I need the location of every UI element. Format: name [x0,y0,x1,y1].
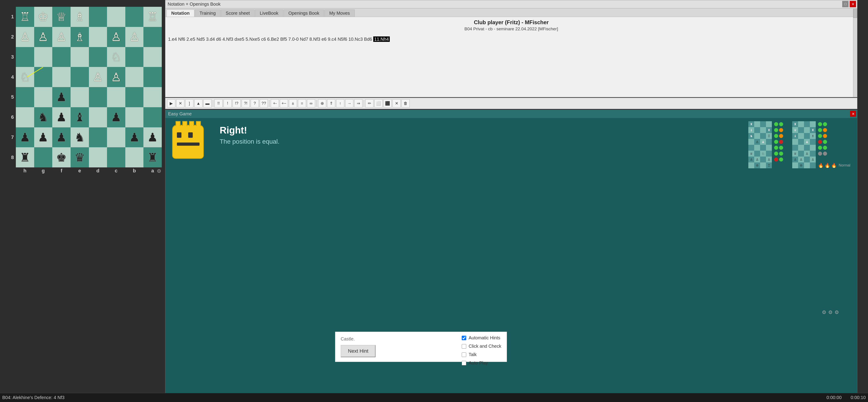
square-f7[interactable]: ♟ [52,127,70,148]
square-g5[interactable] [34,87,53,107]
square-d7[interactable] [89,127,107,148]
toolbar-btn-up[interactable]: ↑ [336,99,344,107]
toolbar-btn-q-excl[interactable]: ?! [242,99,250,107]
toolbar-btn-diagram[interactable]: ⊕ [318,99,326,107]
square-d3[interactable] [89,47,107,67]
square-a6[interactable] [144,107,162,127]
next-hint-button[interactable]: Next Hint [341,345,375,357]
square-h3[interactable] [16,47,34,67]
toolbar-btn-pencil[interactable]: ✏ [365,99,373,107]
square-a2[interactable] [144,27,162,47]
square-h6[interactable] [16,107,34,127]
square-e5[interactable] [70,87,89,107]
notation-panel-maximize-btn[interactable]: □ [842,1,848,7]
square-e4[interactable] [70,67,89,87]
toolbar-btn-plus-minus[interactable]: +- [271,99,279,107]
square-a1[interactable]: ♖ [144,7,162,27]
square-f2[interactable]: ♙ [52,27,70,47]
square-b6[interactable] [125,107,144,127]
gear-icon-2[interactable]: ⚙ [828,309,833,315]
toolbar-btn-plus-eq[interactable]: +− [280,99,288,107]
toolbar-btn-right[interactable]: → [345,99,353,107]
toolbar-btn-double-q[interactable]: ?? [260,99,268,107]
square-a5[interactable] [144,87,162,107]
toolbar-btn-x2[interactable]: ✕ [393,99,401,107]
square-c6[interactable]: ♟ [107,107,125,127]
toolbar-btn-double-excl[interactable]: !! [214,99,223,107]
chess-board[interactable]: ♖ ♔ ♕ ♗ ♖ ♙ ♙ ♙ ♗ ♙ ♙ [16,7,162,167]
square-g3[interactable] [34,47,53,67]
square-d2[interactable] [89,27,107,47]
square-e1[interactable]: ♗ [70,7,89,27]
square-d4[interactable]: ♙ [89,67,107,87]
tab-notation[interactable]: Notation [166,9,194,17]
toolbar-btn-double-up[interactable]: ⇑ [327,99,335,107]
square-c1[interactable] [107,7,125,27]
notation-moves[interactable]: 1.e4 Nf6 2.e5 Nd5 3.d4 d6 4.Nf3 dxe5 5.N… [165,34,857,44]
square-e8[interactable]: ♛ [70,147,89,167]
easy-game-close-btn[interactable]: ✕ [850,111,856,117]
square-f4[interactable] [52,67,70,87]
square-g7[interactable]: ♟ [34,127,53,148]
toolbar-btn-excl[interactable]: ! [223,99,231,107]
square-h5[interactable] [16,87,34,107]
toolbar-btn-eq-plus[interactable]: ± [289,99,297,107]
square-g6[interactable]: ♞ [34,107,53,127]
square-h7[interactable]: ♟ [16,127,34,148]
square-h1[interactable]: ♖ [16,7,34,27]
tab-livebook[interactable]: LiveBook [255,9,283,17]
toolbar-btn-equal[interactable]: = [298,99,306,107]
square-a3[interactable] [144,47,162,67]
square-h4[interactable]: ♘ [16,67,34,87]
square-b1[interactable] [125,7,144,27]
square-g8[interactable] [34,147,53,167]
square-h8[interactable]: ♜ [16,147,34,167]
square-e6[interactable]: ♝ [70,107,89,127]
square-f8[interactable]: ♚ [52,147,70,167]
square-b2[interactable]: ♙ [125,27,144,47]
click-check-checkbox[interactable] [462,344,466,349]
square-b7[interactable]: ♟ [125,127,144,148]
toolbar-btn-black-sq[interactable]: ⬛ [383,99,392,107]
tab-training[interactable]: Training [195,9,221,17]
toolbar-btn-q[interactable]: ? [251,99,259,107]
square-b4[interactable] [125,67,144,87]
square-e7[interactable]: ♞ [70,127,89,148]
square-f1[interactable]: ♕ [52,7,70,27]
square-g1[interactable]: ♔ [34,7,53,27]
toolbar-btn-excl-q[interactable]: !? [232,99,241,107]
square-a4[interactable] [144,67,162,87]
square-d1[interactable] [89,7,107,27]
square-c8[interactable] [107,147,125,167]
talk-checkbox[interactable] [462,352,466,357]
toolbar-btn-dash[interactable]: ▬ [204,99,212,107]
square-g4[interactable] [34,67,53,87]
toolbar-btn-infinity[interactable]: ∞ [307,99,315,107]
tab-openings-book[interactable]: Openings Book [284,9,324,17]
toolbar-btn-bracket[interactable]: ] [185,99,193,107]
square-g2[interactable]: ♙ [34,27,53,47]
square-a7[interactable]: ♟ [144,127,162,148]
notation-scrollbar-thumb[interactable] [853,9,857,18]
toolbar-btn-double-right[interactable]: ⇒ [354,99,363,107]
notation-current-move[interactable]: 11.Nh4 [373,36,390,42]
square-b8[interactable] [125,147,144,167]
notation-scrollbar[interactable] [853,9,857,97]
toolbar-btn-arrow-up[interactable]: ▲ [194,99,203,107]
square-d8[interactable] [89,147,107,167]
auto-hints-checkbox[interactable] [462,336,466,340]
toolbar-btn-start[interactable]: ▶ [167,99,175,107]
square-c2[interactable]: ♙ [107,27,125,47]
gear-icon-3[interactable]: ⚙ [835,309,839,315]
square-e3[interactable] [70,47,89,67]
square-d6[interactable] [89,107,107,127]
toolbar-btn-white-sq[interactable]: ⬜ [374,99,382,107]
square-f3[interactable] [52,47,70,67]
square-c4[interactable]: ♙ [107,67,125,87]
auto-play-checkbox[interactable] [462,361,466,365]
toolbar-btn-trash[interactable]: 🗑 [402,99,410,107]
square-a8[interactable]: ♜ [144,147,162,167]
gear-icon-1[interactable]: ⚙ [822,309,826,315]
square-b3[interactable] [125,47,144,67]
toolbar-btn-delete[interactable]: ✕ [176,99,184,107]
